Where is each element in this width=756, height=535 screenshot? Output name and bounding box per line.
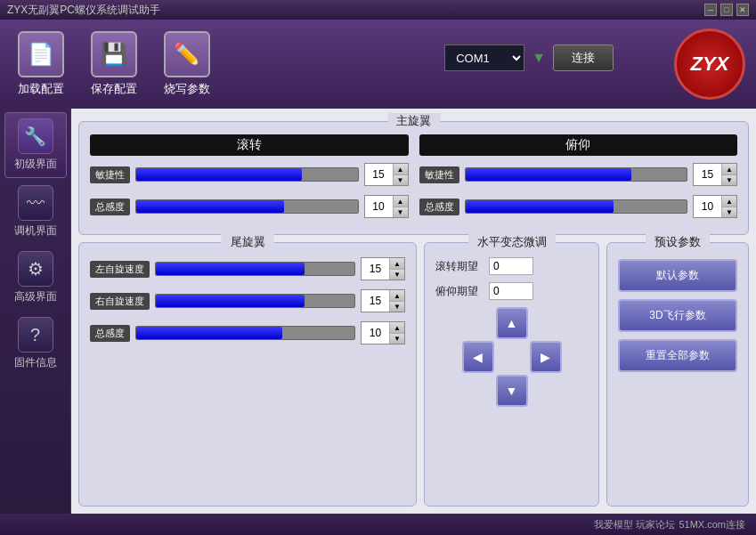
roll-sensitivity-value: 15 [365,166,393,182]
up-arrow-button[interactable]: ▲ [496,307,528,339]
roll-sensitivity-label: 敏捷性 [90,166,130,183]
status-bar: 我爱模型 玩家论坛 51MX.com连接 [0,514,756,535]
com-area: COM1 COM2 COM3 ▼ 连接 [444,45,614,71]
roll-total-row: 总感度 10 ▲ ▼ [90,195,409,218]
tuning-icon: 〰 [18,185,53,221]
minimize-button[interactable]: ─ [704,4,717,16]
left-spin-label: 左自旋速度 [90,261,150,278]
save-config-button[interactable]: 💾 保存配置 [91,31,137,97]
pitch-total-up[interactable]: ▲ [722,196,736,207]
right-spin-up[interactable]: ▲ [390,290,404,301]
roll-sensitivity-row: 敏捷性 15 ▲ ▼ [90,163,409,186]
pitch-total-down[interactable]: ▼ [722,207,736,217]
tail-rotor-panel: 尾旋翼 左自旋速度 15 ▲ ▼ [78,242,417,507]
load-config-button[interactable]: 📄 加载配置 [18,31,64,97]
arrow-grid: ▲ ◀ ▶ ▼ [435,307,588,407]
right-spin-label: 右自旋速度 [90,293,150,310]
roll-sensitivity-down[interactable]: ▼ [394,174,408,185]
pitch-sensitivity-down[interactable]: ▼ [722,174,736,185]
sidebar-item-advanced[interactable]: ⚙ 高级界面 [4,246,67,310]
pitch-sensitivity-label: 敏捷性 [419,166,459,183]
left-spin-arrows: ▲ ▼ [389,258,404,280]
right-spin-bar-fill [156,295,305,307]
down-arrow-button[interactable]: ▼ [496,375,528,407]
roll-sensitivity-bar-bg [135,167,359,182]
tail-total-bar-bg [135,326,355,340]
tail-total-up[interactable]: ▲ [390,322,404,333]
roll-sensitivity-arrows: ▲ ▼ [393,164,408,185]
main-rotor-title: 主旋翼 [387,113,440,129]
logo-text: ZYX [691,53,729,76]
empty-bottomleft [462,375,494,407]
sidebar-item-tuning[interactable]: 〰 调机界面 [4,180,67,244]
pitch-total-row: 总感度 10 ▲ ▼ [419,195,738,218]
left-spin-up[interactable]: ▲ [390,258,404,269]
com-select[interactable]: COM1 COM2 COM3 [444,45,524,71]
pitch-sensitivity-arrows: ▲ ▼ [721,164,736,185]
sidebar-firmware-label: 固件信息 [14,355,57,370]
save-config-icon: 💾 [91,31,137,77]
pitch-total-label: 总感度 [419,199,459,215]
right-arrow-button[interactable]: ▶ [530,341,562,373]
right-spin-spinner[interactable]: 15 ▲ ▼ [361,289,405,312]
left-spin-bar-bg [155,262,355,276]
advanced-icon: ⚙ [18,251,53,287]
pitch-sensitivity-spinner[interactable]: 15 ▲ ▼ [693,163,737,186]
firmware-icon: ? [18,317,53,353]
default-params-button[interactable]: 默认参数 [618,259,737,292]
left-arrow-button[interactable]: ◀ [462,341,494,373]
maximize-button[interactable]: □ [720,4,733,16]
pitch-total-arrows: ▲ ▼ [721,196,736,217]
right-spin-down[interactable]: ▼ [390,301,404,312]
roll-expect-input[interactable] [489,257,533,275]
right-spin-row: 右自旋速度 15 ▲ ▼ [90,289,405,312]
write-params-button[interactable]: ✏️ 烧写参数 [164,31,210,97]
pitch-sensitivity-up[interactable]: ▲ [722,164,736,174]
roll-total-spinner[interactable]: 10 ▲ ▼ [364,195,409,218]
pitch-total-value: 10 [694,199,721,215]
tail-total-spinner[interactable]: 10 ▲ ▼ [361,321,405,345]
bottom-row: 尾旋翼 左自旋速度 15 ▲ ▼ [78,242,749,507]
pitch-total-spinner[interactable]: 10 ▲ ▼ [693,195,737,218]
pitch-sensitivity-bar-fill [466,168,631,181]
window-controls: ─ □ ✕ [704,4,749,16]
pitch-expect-input[interactable] [489,282,533,300]
empty-topleft [462,307,494,339]
sidebar-item-firmware[interactable]: ? 固件信息 [4,312,67,376]
connect-button[interactable]: 连接 [553,45,614,71]
tail-total-value: 10 [362,325,389,341]
load-config-icon: 📄 [18,31,64,77]
write-params-icon: ✏️ [164,31,210,77]
empty-bottomright [530,375,562,407]
roll-sensitivity-up[interactable]: ▲ [394,164,408,174]
roll-total-up[interactable]: ▲ [394,196,408,207]
roll-total-label: 总感度 [90,199,130,215]
reset-all-params-button[interactable]: 重置全部参数 [618,339,737,372]
status-text: 我爱模型 玩家论坛 [594,518,675,531]
sidebar-advanced-label: 高级界面 [14,289,57,304]
empty-topright [530,307,562,339]
pitch-total-bar-bg [465,199,688,214]
main-layout: 🔧 初级界面 〰 调机界面 ⚙ 高级界面 ? 固件信息 主旋翼 滚转 敏 [0,109,756,514]
com-arrow-icon: ▼ [532,50,546,66]
content-area: 主旋翼 滚转 敏捷性 15 ▲ ▼ [71,109,756,514]
htrim-panel: 水平变态微调 滚转期望 俯仰期望 ▲ ◀ [424,242,599,507]
beginner-icon: 🔧 [18,118,53,154]
roll-total-down[interactable]: ▼ [394,207,408,217]
right-spin-value: 15 [362,293,389,309]
tail-total-down[interactable]: ▼ [390,333,404,344]
left-spin-down[interactable]: ▼ [390,269,404,280]
htrim-title: 水平变态微调 [468,234,556,250]
logo: ZYX [674,28,745,100]
sidebar-item-beginner[interactable]: 🔧 初级界面 [4,112,67,178]
3d-flight-params-button[interactable]: 3D飞行参数 [618,299,737,332]
left-spin-spinner[interactable]: 15 ▲ ▼ [361,257,405,280]
roll-sensitivity-spinner[interactable]: 15 ▲ ▼ [364,163,409,186]
tail-rotor-title: 尾旋翼 [222,234,274,250]
htrim-content: 滚转期望 俯仰期望 ▲ ◀ ▶ [435,257,588,407]
status-subtext: 51MX.com连接 [679,518,745,531]
right-spin-arrows: ▲ ▼ [389,290,404,312]
left-spin-bar-fill [156,263,305,275]
empty-center [496,341,528,373]
close-button[interactable]: ✕ [736,4,749,16]
